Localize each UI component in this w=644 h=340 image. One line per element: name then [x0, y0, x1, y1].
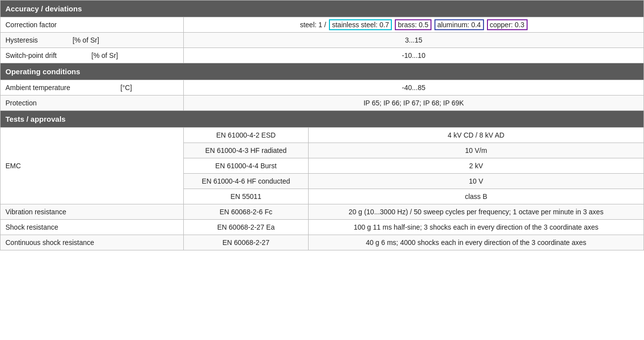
emc-standard-1: EN 61000-4-2 ESD — [184, 128, 309, 143]
row-shock: Shock resistance EN 60068-2-27 Ea 100 g … — [0, 220, 644, 235]
emc-standard-4: EN 61000-4-6 HF conducted — [184, 174, 309, 189]
row-protection: Protection IP 65; IP 66; IP 67; IP 68; I… — [0, 96, 644, 111]
section-accuracy-title: Accuracy / deviations — [0, 0, 644, 17]
section-tests-header: Tests / approvals — [0, 111, 644, 128]
label-vibration: Vibration resistance — [0, 204, 184, 220]
ambient-temp-unit: [°C] — [120, 84, 132, 92]
label-protection: Protection — [0, 96, 184, 111]
hysteresis-unit: [% of Sr] — [72, 36, 99, 44]
continuous-shock-value: 40 g 6 ms; 4000 shocks each in every dir… — [308, 235, 644, 250]
section-tests-title: Tests / approvals — [0, 111, 644, 128]
emc-value-4: 10 V — [308, 174, 644, 189]
emc-standard-5: EN 55011 — [184, 189, 309, 204]
emc-standard-3: EN 61000-4-4 Burst — [184, 158, 309, 174]
shock-value: 100 g 11 ms half-sine; 3 shocks each in … — [308, 220, 644, 235]
section-operating-title: Operating conditions — [0, 63, 644, 80]
row-emc-1: EMC EN 61000-4-2 ESD 4 kV CD / 8 kV AD — [0, 128, 644, 143]
label-switch-point-drift: Switch-point drift [% of Sr] — [0, 48, 184, 63]
emc-standard-2: EN 61000-4-3 HF radiated — [184, 143, 309, 158]
emc-value-3: 2 kV — [308, 158, 644, 174]
value-switch-point-drift: -10...10 — [184, 48, 644, 63]
value-protection: IP 65; IP 66; IP 67; IP 68; IP 69K — [184, 96, 644, 111]
row-correction-factor: Correction factor steel: 1 / stainless s… — [0, 17, 644, 33]
switch-drift-name: Switch-point drift — [5, 51, 56, 59]
value-correction-factor: steel: 1 / stainless steel: 0.7 brass: 0… — [184, 17, 644, 33]
label-shock: Shock resistance — [0, 220, 184, 235]
correction-aluminum: aluminum: 0.4 — [434, 19, 484, 30]
label-hysteresis: Hysteresis [% of Sr] — [0, 33, 184, 48]
row-vibration: Vibration resistance EN 60068-2-6 Fc 20 … — [0, 204, 644, 220]
emc-value-2: 10 V/m — [308, 143, 644, 158]
switch-drift-unit: [% of Sr] — [92, 51, 118, 59]
correction-brass: brass: 0.5 — [395, 19, 431, 30]
hysteresis-name: Hysteresis — [5, 36, 38, 44]
vibration-value: 20 g (10...3000 Hz) / 50 sweep cycles pe… — [308, 204, 644, 220]
row-switch-point-drift: Switch-point drift [% of Sr] -10...10 — [0, 48, 644, 63]
ambient-temp-name: Ambient temperature — [5, 84, 70, 92]
section-operating-header: Operating conditions — [0, 63, 644, 80]
spec-table: Accuracy / deviations Correction factor … — [0, 0, 644, 250]
label-ambient-temp: Ambient temperature [°C] — [0, 80, 184, 96]
section-accuracy-header: Accuracy / deviations — [0, 0, 644, 17]
correction-steel: steel: 1 / — [300, 21, 326, 29]
vibration-standard: EN 60068-2-6 Fc — [184, 204, 309, 220]
continuous-shock-standard: EN 60068-2-27 — [184, 235, 309, 250]
emc-value-1: 4 kV CD / 8 kV AD — [308, 128, 644, 143]
row-continuous-shock: Continuous shock resistance EN 60068-2-2… — [0, 235, 644, 250]
shock-standard: EN 60068-2-27 Ea — [184, 220, 309, 235]
correction-stainless: stainless steel: 0.7 — [329, 19, 392, 30]
label-continuous-shock: Continuous shock resistance — [0, 235, 184, 250]
value-ambient-temp: -40...85 — [184, 80, 644, 96]
value-hysteresis: 3...15 — [184, 33, 644, 48]
label-emc: EMC — [0, 128, 184, 204]
correction-copper: copper: 0.3 — [487, 19, 528, 30]
row-ambient-temp: Ambient temperature [°C] -40...85 — [0, 80, 644, 96]
label-correction-factor: Correction factor — [0, 17, 184, 33]
row-hysteresis: Hysteresis [% of Sr] 3...15 — [0, 33, 644, 48]
emc-value-5: class B — [308, 189, 644, 204]
